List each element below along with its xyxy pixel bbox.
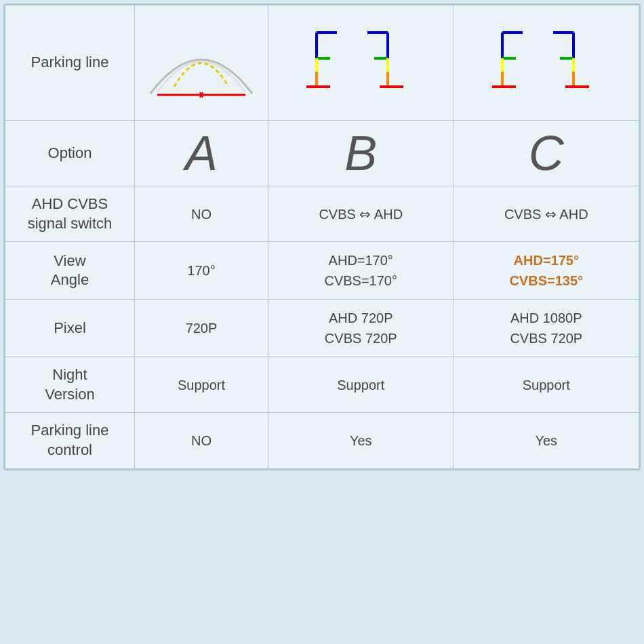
signal-switch-label: AHD CVBSsignal switch [28, 195, 113, 232]
option-b-letter: B [344, 126, 377, 180]
header-signal-switch: AHD CVBSsignal switch [5, 186, 135, 242]
header-night-version: NightVersion [5, 357, 135, 413]
night-version-c: Support [454, 357, 639, 413]
pixel-b: AHD 720PCVBS 720P [268, 300, 454, 357]
row-parking-line: Parking line [5, 5, 639, 121]
view-angle-c: AHD=175°CVBS=135° [454, 242, 639, 300]
parking-line-control-label: Parking linecontrol [31, 422, 109, 458]
night-version-a: Support [134, 357, 268, 413]
option-c: C [454, 121, 639, 186]
option-a: A [134, 121, 268, 186]
row-night-version: NightVersion Support Support Support [5, 357, 639, 413]
view-angle-b: AHD=170°CVBS=170° [268, 242, 454, 300]
parking-line-label: Parking line [31, 54, 109, 71]
signal-switch-b: CVBS ⇔ AHD [268, 186, 454, 242]
pixel-c: AHD 1080PCVBS 720P [454, 300, 639, 357]
pixel-a: 720P [134, 300, 268, 357]
parking-line-control-a: NO [134, 413, 268, 468]
header-view-angle: ViewAngle [5, 242, 135, 300]
header-parking-line-control: Parking linecontrol [5, 413, 135, 468]
parking-line-img-a [134, 5, 268, 121]
row-pixel: Pixel 720P AHD 720PCVBS 720P AHD 1080PCV… [5, 300, 639, 357]
parking-line-control-b: Yes [268, 413, 454, 468]
option-label: Option [48, 144, 92, 161]
option-c-letter: C [529, 126, 564, 180]
parking-line-img-c [454, 5, 639, 121]
night-version-b: Support [268, 357, 454, 413]
comparison-table: Parking line [3, 3, 641, 470]
option-b: B [268, 121, 454, 186]
night-version-label: NightVersion [45, 366, 94, 403]
signal-switch-c: CVBS ⇔ AHD [454, 186, 639, 242]
header-pixel: Pixel [5, 300, 135, 357]
view-angle-a: 170° [134, 242, 268, 300]
option-a-letter: A [185, 126, 218, 180]
signal-switch-a: NO [134, 186, 268, 242]
header-option: Option [5, 121, 135, 186]
view-angle-c-value: AHD=175°CVBS=135° [509, 253, 583, 288]
parking-line-img-b [268, 5, 454, 121]
pixel-label: Pixel [54, 319, 86, 336]
parking-line-control-c: Yes [454, 413, 639, 468]
view-angle-label: ViewAngle [51, 252, 89, 289]
header-parking-line: Parking line [5, 5, 135, 121]
row-view-angle: ViewAngle 170° AHD=170°CVBS=170° AHD=175… [5, 242, 639, 300]
row-option: Option A B C [5, 121, 639, 186]
row-parking-line-control: Parking linecontrol NO Yes Yes [5, 413, 639, 468]
row-signal-switch: AHD CVBSsignal switch NO CVBS ⇔ AHD CVBS… [5, 186, 639, 242]
